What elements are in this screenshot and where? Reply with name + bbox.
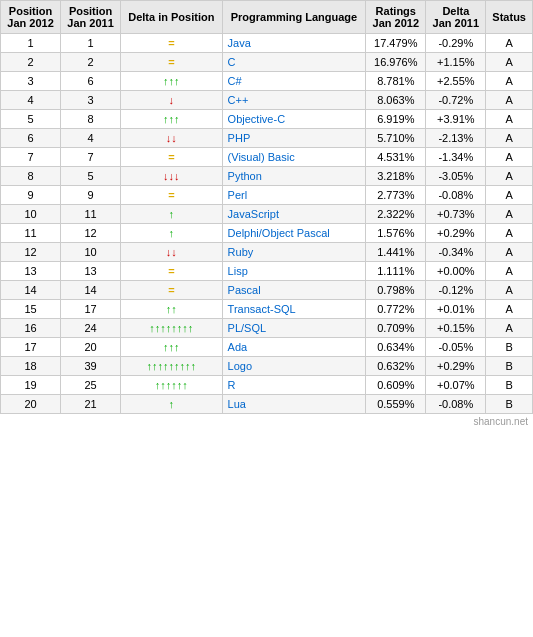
table-row: 17 20 ↑↑↑ Ada 0.634% -0.05% B bbox=[1, 338, 533, 357]
header-pos-2012: PositionJan 2012 bbox=[1, 1, 61, 34]
cell-pos-2012: 3 bbox=[1, 72, 61, 91]
cell-delta-pct: +0.73% bbox=[426, 205, 486, 224]
table-row: 12 10 ↓↓ Ruby 1.441% -0.34% A bbox=[1, 243, 533, 262]
cell-status: A bbox=[486, 224, 533, 243]
table-row: 2 2 = C 16.976% +1.15% A bbox=[1, 53, 533, 72]
delta-icon: ↓↓ bbox=[166, 246, 177, 258]
cell-rating: 1.576% bbox=[366, 224, 426, 243]
cell-status: A bbox=[486, 72, 533, 91]
table-row: 15 17 ↑↑ Transact-SQL 0.772% +0.01% A bbox=[1, 300, 533, 319]
table-row: 5 8 ↑↑↑ Objective-C 6.919% +3.91% A bbox=[1, 110, 533, 129]
cell-rating: 0.559% bbox=[366, 395, 426, 414]
cell-pos-2012: 13 bbox=[1, 262, 61, 281]
table-row: 19 25 ↑↑↑↑↑↑ R 0.609% +0.07% B bbox=[1, 376, 533, 395]
table-row: 16 24 ↑↑↑↑↑↑↑↑ PL/SQL 0.709% +0.15% A bbox=[1, 319, 533, 338]
cell-rating: 8.781% bbox=[366, 72, 426, 91]
cell-status: A bbox=[486, 129, 533, 148]
delta-icon: = bbox=[168, 151, 174, 163]
cell-rating: 3.218% bbox=[366, 167, 426, 186]
delta-icon: = bbox=[168, 189, 174, 201]
cell-delta-pct: -2.13% bbox=[426, 129, 486, 148]
header-delta-pos: Delta in Position bbox=[121, 1, 223, 34]
table-row: 6 4 ↓↓ PHP 5.710% -2.13% A bbox=[1, 129, 533, 148]
cell-delta: ↓↓ bbox=[121, 129, 223, 148]
header-ratings-2012: RatingsJan 2012 bbox=[366, 1, 426, 34]
cell-language: Objective-C bbox=[222, 110, 366, 129]
cell-pos-2012: 1 bbox=[1, 34, 61, 53]
cell-language: Pascal bbox=[222, 281, 366, 300]
cell-delta: = bbox=[121, 34, 223, 53]
rankings-table: PositionJan 2012 PositionJan 2011 Delta … bbox=[0, 0, 533, 414]
delta-icon: ↑↑↑ bbox=[163, 75, 180, 87]
cell-pos-2012: 17 bbox=[1, 338, 61, 357]
cell-status: A bbox=[486, 91, 533, 110]
cell-pos-2012: 7 bbox=[1, 148, 61, 167]
delta-icon: ↓ bbox=[169, 94, 175, 106]
cell-language: Ada bbox=[222, 338, 366, 357]
cell-delta: ↑↑ bbox=[121, 300, 223, 319]
cell-rating: 4.531% bbox=[366, 148, 426, 167]
cell-rating: 17.479% bbox=[366, 34, 426, 53]
delta-icon: ↑↑↑ bbox=[163, 113, 180, 125]
delta-icon: ↑ bbox=[169, 208, 175, 220]
cell-delta-pct: +0.01% bbox=[426, 300, 486, 319]
cell-pos-2012: 9 bbox=[1, 186, 61, 205]
cell-rating: 1.111% bbox=[366, 262, 426, 281]
cell-delta-pct: -0.29% bbox=[426, 34, 486, 53]
cell-pos-2011: 21 bbox=[61, 395, 121, 414]
cell-language: Python bbox=[222, 167, 366, 186]
cell-pos-2012: 14 bbox=[1, 281, 61, 300]
cell-pos-2012: 4 bbox=[1, 91, 61, 110]
delta-icon: = bbox=[168, 284, 174, 296]
cell-language: C# bbox=[222, 72, 366, 91]
cell-language: Ruby bbox=[222, 243, 366, 262]
cell-language: Lisp bbox=[222, 262, 366, 281]
header-delta-2011: DeltaJan 2011 bbox=[426, 1, 486, 34]
cell-delta-pct: -0.08% bbox=[426, 186, 486, 205]
cell-delta-pct: -1.34% bbox=[426, 148, 486, 167]
delta-icon: ↑↑↑↑↑↑ bbox=[155, 379, 188, 391]
cell-language: C bbox=[222, 53, 366, 72]
cell-status: B bbox=[486, 376, 533, 395]
cell-delta: = bbox=[121, 281, 223, 300]
cell-language: Transact-SQL bbox=[222, 300, 366, 319]
cell-pos-2011: 6 bbox=[61, 72, 121, 91]
cell-status: A bbox=[486, 205, 533, 224]
cell-delta: ↑↑↑ bbox=[121, 72, 223, 91]
cell-delta: = bbox=[121, 53, 223, 72]
cell-status: B bbox=[486, 395, 533, 414]
cell-language: Delphi/Object Pascal bbox=[222, 224, 366, 243]
cell-status: A bbox=[486, 110, 533, 129]
cell-pos-2011: 14 bbox=[61, 281, 121, 300]
cell-delta: ↑ bbox=[121, 205, 223, 224]
cell-rating: 0.709% bbox=[366, 319, 426, 338]
delta-icon: ↑↑↑↑↑↑↑↑↑ bbox=[147, 360, 197, 372]
delta-icon: ↑↑↑ bbox=[163, 341, 180, 353]
cell-language: R bbox=[222, 376, 366, 395]
cell-status: A bbox=[486, 319, 533, 338]
cell-rating: 2.773% bbox=[366, 186, 426, 205]
cell-pos-2012: 15 bbox=[1, 300, 61, 319]
cell-pos-2011: 24 bbox=[61, 319, 121, 338]
cell-pos-2011: 17 bbox=[61, 300, 121, 319]
cell-pos-2011: 2 bbox=[61, 53, 121, 72]
cell-delta: = bbox=[121, 148, 223, 167]
cell-delta-pct: +1.15% bbox=[426, 53, 486, 72]
cell-status: A bbox=[486, 167, 533, 186]
cell-pos-2011: 39 bbox=[61, 357, 121, 376]
cell-pos-2012: 6 bbox=[1, 129, 61, 148]
cell-delta-pct: +0.15% bbox=[426, 319, 486, 338]
cell-delta: ↑ bbox=[121, 224, 223, 243]
delta-icon: ↓↓↓ bbox=[163, 170, 180, 182]
cell-delta-pct: -0.72% bbox=[426, 91, 486, 110]
cell-language: Perl bbox=[222, 186, 366, 205]
table-row: 10 11 ↑ JavaScript 2.322% +0.73% A bbox=[1, 205, 533, 224]
cell-rating: 0.634% bbox=[366, 338, 426, 357]
cell-delta: ↑↑↑↑↑↑ bbox=[121, 376, 223, 395]
cell-rating: 0.632% bbox=[366, 357, 426, 376]
cell-delta: ↓↓ bbox=[121, 243, 223, 262]
cell-delta: ↑↑↑ bbox=[121, 338, 223, 357]
cell-pos-2011: 20 bbox=[61, 338, 121, 357]
cell-pos-2012: 16 bbox=[1, 319, 61, 338]
cell-pos-2011: 25 bbox=[61, 376, 121, 395]
